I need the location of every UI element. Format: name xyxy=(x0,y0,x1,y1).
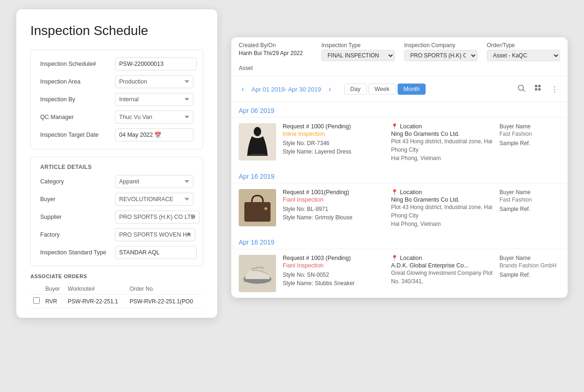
month-btn[interactable]: Month xyxy=(398,84,426,95)
svg-rect-5 xyxy=(538,88,541,91)
factory-select[interactable]: PRO SPORTS WOVEN HA xyxy=(115,228,195,241)
svg-rect-4 xyxy=(535,88,537,91)
location-name: Ning Bo Graments Co Ltd. xyxy=(391,196,493,203)
article-section-title: Article Details xyxy=(40,164,193,170)
location-pin-icon: 📍 xyxy=(391,189,398,196)
location-pin-icon: 📍 xyxy=(391,123,398,130)
prev-btn[interactable]: ‹ xyxy=(239,84,247,94)
buyer-select[interactable]: REVOLUTIONRACE xyxy=(115,193,193,206)
by-select[interactable]: Internal xyxy=(115,93,193,106)
buyer-name-label: Buyer Name xyxy=(499,255,560,261)
insp-type-col: Inspection Type FINAL INSPECTION xyxy=(321,42,395,61)
insp-type-label: Inspection Type xyxy=(321,42,395,49)
schedule-num-input[interactable] xyxy=(115,57,197,70)
supplier-select[interactable]: PRO SPORTS (H.K) CO LTD xyxy=(115,210,199,224)
svg-rect-3 xyxy=(538,85,541,87)
schedule-num-label: Inspection Schedule# xyxy=(40,61,115,67)
page-title: Inspection Schedule xyxy=(30,23,203,38)
qc-select[interactable]: Thuc Vu Van xyxy=(115,111,193,124)
target-date-row: Inspection Target Date 04 May 2022 📅 xyxy=(40,128,193,141)
std-label: Inspection Standard Type xyxy=(40,249,115,256)
style-no: Style No: BL-8971 xyxy=(283,205,385,213)
factory-row: Factory PRO SPORTS WOVEN HA xyxy=(40,228,193,241)
request-label: Request # 1000 (Pending) xyxy=(283,123,385,130)
more-btn[interactable]: ⋮ xyxy=(549,83,560,96)
svg-rect-12 xyxy=(244,202,271,222)
svg-rect-2 xyxy=(535,85,537,87)
area-row: Inspection Area Production xyxy=(40,75,193,88)
style-no: Style No: DR-7346 xyxy=(283,139,385,147)
item-location: 📍 Location Ning Bo Graments Co Ltd. Plot… xyxy=(391,123,493,162)
order-type-col: Order/Type Asset - KaQC xyxy=(487,42,560,61)
sample-ref-label: Sample Ref. xyxy=(499,206,560,212)
insp-company-label: Inspection Company xyxy=(404,42,477,49)
buyer-name-label: Buyer Name xyxy=(499,189,560,196)
style-name: Style Name: Stubbs Sneaker xyxy=(283,279,385,287)
location-label: Location xyxy=(400,189,422,196)
date-range: Apr 01 2019- Apr 30 2019 xyxy=(251,86,321,93)
target-date-label: Inspection Target Date xyxy=(40,132,115,138)
calendar-icon: 📅 xyxy=(154,132,189,139)
asset-row: Asset xyxy=(239,65,560,71)
svg-point-13 xyxy=(264,207,267,210)
schedule-form-section: Inspection Schedule# Inspection Area Pro… xyxy=(30,49,203,149)
supplier-row: Supplier PRO SPORTS (H.K) CO LTD xyxy=(40,210,193,224)
col-order: Order No. xyxy=(127,284,203,294)
date-group: Apr 06 2019 Request # 1000 (Pending) Inl… xyxy=(231,102,568,168)
grid-btn[interactable] xyxy=(532,82,544,96)
item-thumbnail xyxy=(239,189,276,226)
style-name: Style Name: Layered Dress xyxy=(283,147,385,156)
location-addr: Plot 43 Hong district, Industrial zone, … xyxy=(391,203,493,220)
order-type-select[interactable]: Asset - KaQC xyxy=(487,50,560,61)
search-btn[interactable] xyxy=(515,82,527,96)
std-row: Inspection Standard Type xyxy=(40,246,193,259)
location-name: A.D.K. Global Enterprise Co... xyxy=(391,262,493,269)
insp-type-select[interactable]: FINAL INSPECTION xyxy=(321,50,395,61)
created-col: Created By/On Hanh Bui Thi/29 Apr 2022 xyxy=(239,42,312,56)
sample-ref-label: Sample Ref. xyxy=(499,140,560,147)
category-row: Category Apparel xyxy=(40,175,193,188)
week-btn[interactable]: Week xyxy=(369,84,396,95)
row-buyer: RVR xyxy=(43,294,65,308)
qc-label: QC Manager xyxy=(40,114,115,120)
item-buyer: Buyer Name Fast Fashion Sample Ref. xyxy=(499,189,560,212)
category-select[interactable]: Apparel xyxy=(115,175,193,188)
by-row: Inspection By Internal xyxy=(40,93,193,106)
inspection-type: Inline Inspection xyxy=(283,131,385,137)
item-location: 📍 Location Ning Bo Graments Co Ltd. Plot… xyxy=(391,189,493,228)
item-location: 📍 Location A.D.K. Global Enterprise Co..… xyxy=(391,255,493,286)
std-input[interactable] xyxy=(115,246,197,259)
item-buyer: Buyer Name Brands Fashion GmbH Sample Re… xyxy=(499,255,560,278)
associate-section: ASSOCIATE ORDERS Buyer Worknote# Order N… xyxy=(30,273,203,308)
area-select[interactable]: Production xyxy=(115,75,193,88)
insp-company-select[interactable]: PRO SPORTS (H.K) CO LTD xyxy=(404,50,477,61)
associate-table: Buyer Worknote# Order No. RVR PSW-RVR-22… xyxy=(30,284,203,308)
created-label: Created By/On xyxy=(239,42,312,49)
by-label: Inspection By xyxy=(40,96,115,103)
table-row: RVR PSW-RVR-22-251.1 PSW-RVR-22-251.1(PO… xyxy=(30,294,203,308)
row-order: PSW-RVR-22-251.1(PO0 xyxy=(127,294,203,308)
area-label: Inspection Area xyxy=(40,78,115,85)
location-addr: Plot 43 Hong district, Industrial zone, … xyxy=(391,137,493,154)
supplier-label: Supplier xyxy=(40,214,115,220)
location-name: Ning Bo Graments Co Ltd. xyxy=(391,131,493,137)
location-city: Hai Phong, Vietnam xyxy=(391,154,493,162)
item-info: Request # 1003 (Pending) Fianl Inspectio… xyxy=(283,255,385,287)
location-label: Location xyxy=(400,123,422,130)
item-info: Request # 1000 (Pending) Inline Inspecti… xyxy=(283,123,385,156)
day-btn[interactable]: Day xyxy=(344,84,367,95)
list-item[interactable]: Request # 1003 (Pending) Fianl Inspectio… xyxy=(231,249,568,298)
item-info: Request # 1001(Pending) Fianl Inspection… xyxy=(283,189,385,222)
asset-label: Asset xyxy=(239,65,253,71)
list-item[interactable]: Request # 1001(Pending) Fianl Inspection… xyxy=(231,183,568,234)
list-item[interactable]: Request # 1000 (Pending) Inline Inspecti… xyxy=(231,117,568,168)
insp-company-col: Inspection Company PRO SPORTS (H.K) CO L… xyxy=(404,42,477,61)
cal-header-right: ⋮ xyxy=(515,82,560,96)
svg-point-0 xyxy=(519,85,524,91)
article-section: Article Details Category Apparel Buyer R… xyxy=(30,157,203,266)
date-input-wrap[interactable]: 04 May 2022 📅 xyxy=(115,128,193,141)
cal-date-header: Apr 16 2019 xyxy=(231,168,568,183)
row-checkbox[interactable] xyxy=(33,297,40,304)
next-btn[interactable]: › xyxy=(326,84,334,94)
date-group: Apr 16 2019 Request # 1001(Pending) Fian… xyxy=(231,168,568,234)
